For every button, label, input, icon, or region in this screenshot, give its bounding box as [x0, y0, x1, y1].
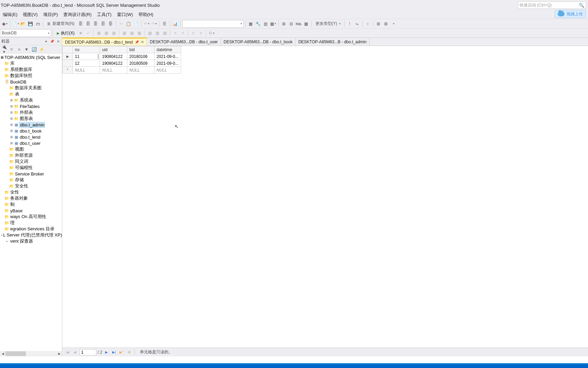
- execute-sql-icon[interactable]: !: [346, 20, 353, 27]
- btn-f[interactable]: ▦: [136, 30, 143, 36]
- menu-help[interactable]: 帮助(H): [136, 11, 156, 19]
- expand-icon[interactable]: ⊞: [10, 123, 14, 126]
- dropdown-icon[interactable]: ▾: [44, 40, 48, 43]
- nav-first-button[interactable]: |◀: [64, 349, 70, 355]
- scroll-track[interactable]: [5, 351, 56, 356]
- comment-icon[interactable]: ≡: [190, 30, 197, 36]
- redo-button[interactable]: ↷: [151, 20, 158, 27]
- filter-icon[interactable]: ▼: [24, 47, 29, 52]
- row-selector[interactable]: [63, 60, 73, 67]
- tree-node[interactable]: 📁表: [0, 91, 62, 97]
- tree-node[interactable]: ⊞▦dbo.t_user: [0, 140, 62, 146]
- add-derived-icon[interactable]: [390, 20, 397, 27]
- activity-monitor-icon[interactable]: 📊: [172, 20, 179, 27]
- new-query-button[interactable]: 🗎 新建查询(N): [45, 20, 77, 27]
- data-grid[interactable]: nouidbiddatetime ▶1119080412220180106202…: [62, 46, 181, 74]
- expand-icon[interactable]: ⊞: [10, 111, 14, 114]
- tree-node[interactable]: 📁可编程性: [0, 165, 62, 171]
- tree-node[interactable]: ▫vent 探查器: [0, 238, 62, 244]
- refresh-icon[interactable]: 🔄: [31, 47, 37, 52]
- tree-node[interactable]: 📁egration Services 目录: [0, 226, 62, 232]
- column-header[interactable]: uid: [100, 46, 127, 53]
- column-header[interactable]: bid: [127, 46, 154, 53]
- expand-icon[interactable]: ⊞: [10, 117, 14, 120]
- verify-sql-icon[interactable]: sᵩ: [354, 20, 361, 27]
- results-pane-icon[interactable]: ▦: [303, 20, 310, 27]
- pulse-icon[interactable]: ⚡: [39, 47, 44, 52]
- tree-node[interactable]: 📁制: [0, 201, 62, 208]
- show-results-icon[interactable]: ▦: [270, 20, 277, 27]
- disconnect-icon[interactable]: ✖: [9, 47, 14, 52]
- scroll-left-icon[interactable]: ◀: [0, 352, 5, 355]
- grid-cell[interactable]: 190804122: [100, 60, 127, 67]
- connect-icon[interactable]: 🔌▾: [1, 45, 7, 54]
- expand-icon[interactable]: ⊞: [10, 105, 14, 108]
- show-sql-icon[interactable]: ▤: [262, 20, 269, 27]
- copy-button[interactable]: 📋: [125, 20, 132, 27]
- tree-node[interactable]: 📁全性: [0, 189, 62, 195]
- btn-g[interactable]: ▦: [146, 30, 153, 36]
- parse-button[interactable]: ✓: [85, 30, 92, 36]
- nav-current-input[interactable]: [79, 349, 96, 355]
- grid-cell[interactable]: 11: [73, 53, 100, 60]
- search-icon[interactable]: 🔍: [579, 3, 584, 8]
- tree-node[interactable]: ⊞▦dbo.t_lend: [0, 134, 62, 140]
- db-engine-query-icon[interactable]: 🗄: [77, 20, 84, 27]
- open-button[interactable]: 📂: [19, 20, 26, 27]
- document-tab[interactable]: DESKTOP-A85M63...DB - dbo.t_user: [147, 38, 221, 46]
- grid-cell[interactable]: 12: [73, 60, 100, 67]
- tree-node[interactable]: 📁数据库关系图: [0, 85, 62, 91]
- nav-stop-button[interactable]: ⊘: [126, 349, 132, 355]
- grid-cell[interactable]: 2021-09-0...: [154, 53, 181, 60]
- table-row[interactable]: 12190804122201805092021-09-0...: [63, 60, 181, 67]
- column-header[interactable]: no: [73, 46, 100, 53]
- document-tab[interactable]: DESKTOP-A85M63...B - dbo.t_admin: [296, 38, 370, 46]
- object-explorer-tree[interactable]: 🖥 TOP-A85M63N (SQL Server 15.0 📁库📁系统数据库📁…: [0, 53, 62, 356]
- scroll-thumb[interactable]: [5, 351, 26, 356]
- menu-edit[interactable]: 编辑(E): [0, 11, 20, 19]
- tree-node[interactable]: ⊞▦dbo.t_book: [0, 128, 62, 134]
- row-selector[interactable]: ▶: [63, 53, 73, 60]
- criteria-pane-icon[interactable]: ⊟: [288, 20, 295, 27]
- cut-button[interactable]: ✂: [118, 20, 125, 27]
- execute-button[interactable]: ▶ 执行(X): [55, 29, 77, 37]
- grid-pane-icon[interactable]: ⊞: [280, 20, 287, 27]
- uncomment-icon[interactable]: ≡: [197, 30, 204, 36]
- tree-node[interactable]: 📁同义词: [0, 158, 62, 165]
- btn-c[interactable]: ▦: [110, 30, 117, 36]
- add-groupby-icon[interactable]: ⊞: [375, 20, 382, 27]
- change-type-button[interactable]: 更改类型(Y): [313, 20, 343, 27]
- column-header[interactable]: datetime: [154, 46, 181, 53]
- upload-button[interactable]: 拖拽上传: [555, 10, 586, 18]
- tree-server-node[interactable]: 🖥 TOP-A85M63N (SQL Server 15.0: [0, 54, 62, 60]
- new-item-button[interactable]: 📄: [12, 20, 19, 27]
- table-row[interactable]: ▶11190804122201801062021-09-0...: [63, 53, 181, 60]
- grid-cell[interactable]: NULL: [127, 67, 154, 74]
- grid-cell[interactable]: 20180509: [127, 60, 154, 67]
- dmx-query-icon[interactable]: 🗄: [100, 20, 107, 27]
- tree-node[interactable]: ⊞📁系统表: [0, 97, 62, 103]
- tree-node[interactable]: 📁库: [0, 60, 62, 66]
- add-table-icon[interactable]: ⊞: [382, 20, 389, 27]
- grid-cell[interactable]: 2021-09-0...: [154, 60, 181, 67]
- tree-node[interactable]: 📁Service Broker: [0, 171, 62, 177]
- tree-node[interactable]: 📁数据库快照: [0, 73, 62, 79]
- nav-next-button[interactable]: ▶: [103, 349, 110, 355]
- sort-asc-icon[interactable]: ↕: [364, 20, 371, 27]
- paste-button[interactable]: 📄: [133, 20, 140, 27]
- tree-node[interactable]: ⊞▦dbo.t_admin: [0, 122, 62, 128]
- tree-node[interactable]: 📁系统数据库: [0, 66, 62, 73]
- sql-text-icon[interactable]: SQL: [295, 20, 302, 27]
- btn-b[interactable]: ▦: [103, 30, 110, 36]
- tree-node[interactable]: 🗄BookDB: [0, 79, 62, 85]
- stop-button[interactable]: ■: [77, 30, 84, 36]
- document-tab[interactable]: DESKTOP-A85M63...DB - dbo.t_book: [221, 38, 296, 46]
- save-all-button[interactable]: 🗃: [34, 20, 41, 27]
- analysis-query-icon[interactable]: 🗄: [85, 20, 92, 27]
- close-icon[interactable]: ✕: [56, 40, 61, 43]
- close-icon[interactable]: ✕: [141, 40, 144, 44]
- horizontal-scrollbar[interactable]: ◀ ▶: [0, 351, 62, 356]
- menu-tools[interactable]: 工具(T): [94, 11, 114, 19]
- mdx-query-icon[interactable]: 🗄: [92, 20, 99, 27]
- xmla-query-icon[interactable]: 🗄: [107, 20, 114, 27]
